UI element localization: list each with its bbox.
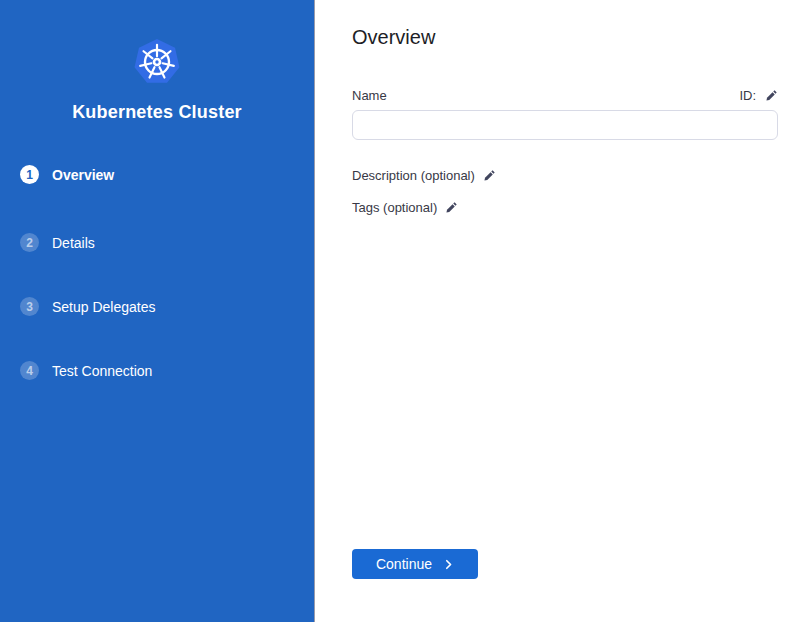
page-title: Overview [352,26,435,49]
chevron-right-icon [443,559,454,570]
tags-field-toggle: Tags (optional) [352,200,458,215]
step-number-badge: 3 [20,297,39,316]
id-label: ID: [739,88,756,103]
edit-id-icon[interactable] [765,89,778,102]
create-connector-wizard: Kubernetes Cluster 1 Overview 2 Details … [0,0,811,622]
wizard-sidebar: Kubernetes Cluster 1 Overview 2 Details … [0,0,315,622]
continue-button-label: Continue [376,556,432,572]
name-input[interactable] [352,110,778,140]
name-field-header: Name ID: [352,88,778,103]
overview-step-panel: Overview Name ID: Description (optional) [316,0,811,622]
edit-tags-icon[interactable] [445,201,458,214]
tags-label: Tags (optional) [352,200,437,215]
step-label: Setup Delegates [52,299,156,315]
wizard-step-setup-delegates[interactable]: 3 Setup Delegates [20,297,156,316]
wizard-step-details[interactable]: 2 Details [20,233,95,252]
wizard-step-overview[interactable]: 1 Overview [20,165,114,184]
continue-button[interactable]: Continue [352,549,478,579]
description-label: Description (optional) [352,168,475,183]
step-label: Test Connection [52,363,152,379]
step-number-badge: 1 [20,165,39,184]
step-label: Overview [52,167,114,183]
wizard-step-test-connection[interactable]: 4 Test Connection [20,361,152,380]
kubernetes-logo-icon [133,38,181,86]
description-field-toggle: Description (optional) [352,168,496,183]
name-label: Name [352,88,387,103]
step-number-badge: 2 [20,233,39,252]
edit-description-icon[interactable] [483,169,496,182]
id-edit-group: ID: [739,88,778,103]
connector-type-title: Kubernetes Cluster [0,102,314,123]
step-label: Details [52,235,95,251]
step-number-badge: 4 [20,361,39,380]
